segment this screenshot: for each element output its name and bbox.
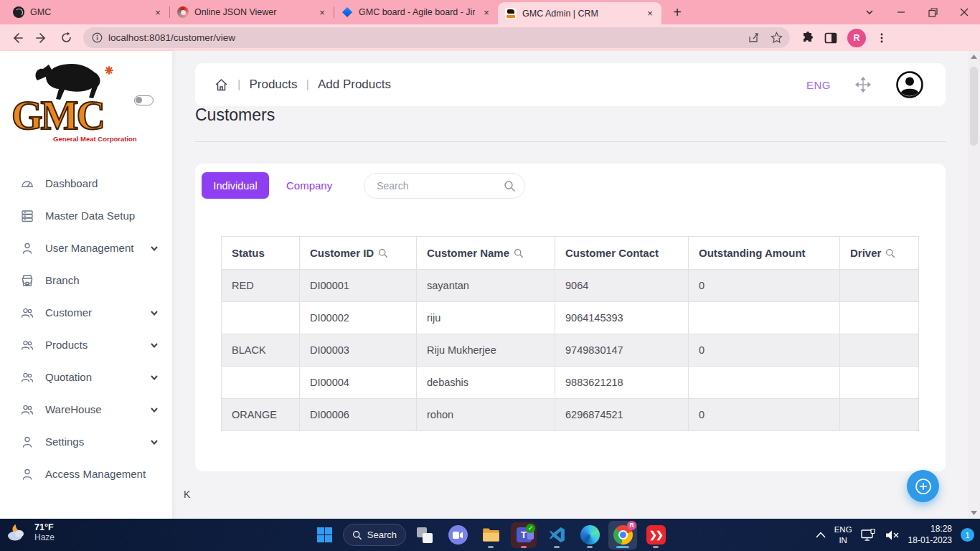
sidebar-item-products[interactable]: Products xyxy=(0,329,172,361)
users-icon xyxy=(20,306,34,320)
add-customer-fab[interactable] xyxy=(907,470,939,502)
file-explorer-button[interactable] xyxy=(476,521,505,550)
back-button[interactable] xyxy=(7,28,27,48)
sidebar-item-user-management[interactable]: User Management xyxy=(0,232,172,264)
restore-button[interactable] xyxy=(917,0,948,24)
column-search-icon[interactable] xyxy=(885,248,895,258)
tab-close-icon[interactable]: × xyxy=(644,8,656,19)
teams-button[interactable]: T ✓ xyxy=(509,521,538,550)
weather-icon xyxy=(6,522,29,543)
close-window-button[interactable] xyxy=(948,0,980,24)
teams-icon: T ✓ xyxy=(511,522,537,548)
browser-tab-json-viewer[interactable]: Online JSON Viewer × xyxy=(170,0,334,24)
running-indicator xyxy=(554,546,560,548)
taskbar-search-label: Search xyxy=(367,529,397,540)
tray-chevron-up-icon[interactable] xyxy=(816,532,826,538)
tab-company[interactable]: Company xyxy=(286,179,332,192)
share-icon[interactable] xyxy=(748,32,760,44)
network-icon[interactable] xyxy=(861,529,877,542)
cell-driver xyxy=(840,399,919,431)
tab-close-icon[interactable]: × xyxy=(152,6,164,18)
tab-search-chevron-icon[interactable] xyxy=(854,0,885,24)
search-icon xyxy=(352,530,362,540)
filter-row: Individual Company xyxy=(202,172,525,199)
sidebar-item-access-management[interactable]: Access Management xyxy=(0,458,172,490)
page-scrollbar[interactable] xyxy=(968,51,980,519)
browser-tab-gmc-admin-active[interactable]: GMC Admin | CRM × xyxy=(498,2,661,24)
logo-tagline: General Meat Corporation xyxy=(53,135,137,143)
sidebar-item-label: Branch xyxy=(45,274,159,286)
start-button[interactable] xyxy=(310,521,339,550)
new-tab-button[interactable]: + xyxy=(667,2,687,22)
address-bar[interactable]: localhost:8081/customer/view xyxy=(83,27,790,48)
language-indicator[interactable]: ENG IN xyxy=(834,524,852,546)
breadcrumb-add-products[interactable]: Add Products xyxy=(318,77,391,92)
user-avatar-icon[interactable] xyxy=(895,70,924,99)
vscode-button[interactable] xyxy=(542,521,571,550)
scroll-up-icon[interactable] xyxy=(971,55,977,59)
volume-muted-icon[interactable] xyxy=(885,529,900,541)
sidebar-item-warehouse[interactable]: WareHouse xyxy=(0,393,172,425)
cell-customer-name: Riju Mukherjee xyxy=(417,334,555,367)
task-view-button[interactable] xyxy=(410,521,439,550)
extensions-puzzle-icon[interactable] xyxy=(801,32,814,44)
reload-button[interactable] xyxy=(56,28,76,48)
home-icon[interactable] xyxy=(214,77,229,93)
site-info-icon[interactable] xyxy=(92,32,103,43)
search-icon[interactable] xyxy=(504,180,516,192)
browser-menu-icon[interactable] xyxy=(876,32,887,44)
sidebar-item-master-data-setup[interactable]: Master Data Setup xyxy=(0,199,172,232)
side-panel-icon[interactable] xyxy=(824,32,837,44)
running-indicator xyxy=(653,546,659,548)
edge-button[interactable] xyxy=(575,521,604,550)
web-page: GMC General Meat Corporation Dashboard M… xyxy=(0,51,980,519)
fullscreen-move-icon[interactable] xyxy=(855,77,871,93)
column-search-icon[interactable] xyxy=(378,248,388,258)
tab-individual[interactable]: Individual xyxy=(202,172,269,199)
gmc-logo: GMC General Meat Corporation xyxy=(0,51,172,154)
language-selector[interactable]: ENG xyxy=(806,79,831,91)
sidebar-item-dashboard[interactable]: Dashboard xyxy=(0,167,172,199)
toolbar-right: R xyxy=(794,29,890,47)
breadcrumb-products[interactable]: Products xyxy=(249,77,297,92)
table-row[interactable]: DI00002 riju 9064145393 xyxy=(222,302,919,334)
browser-tab-gmc[interactable]: GMC × xyxy=(6,0,169,24)
url-text[interactable]: localhost:8081/customer/view xyxy=(108,32,743,43)
scrollbar-thumb[interactable] xyxy=(970,67,978,146)
folder-icon xyxy=(481,525,501,545)
cell-customer-name: debashis xyxy=(417,367,555,399)
bookmark-star-icon[interactable] xyxy=(771,32,783,44)
table-row[interactable]: ORANGE DI00006 rohon 6296874521 0 xyxy=(222,399,919,431)
notification-badge[interactable]: 1 xyxy=(961,528,974,542)
table-row[interactable]: DI00004 debashis 9883621218 xyxy=(222,367,919,399)
sidebar-menu: Dashboard Master Data Setup User Managem… xyxy=(0,167,172,490)
sidebar-item-quotation[interactable]: Quotation xyxy=(0,361,172,393)
chat-button[interactable] xyxy=(443,521,472,550)
tab-strip: GMC × Online JSON Viewer × GMC board - A… xyxy=(0,0,980,24)
users-icon xyxy=(20,338,34,352)
search-input[interactable] xyxy=(364,173,525,199)
red-app-button[interactable]: ❯❯ xyxy=(641,521,670,550)
chrome-button[interactable]: R xyxy=(608,521,637,550)
sidebar-collapse-toggle[interactable] xyxy=(134,95,154,105)
browser-profile-avatar[interactable]: R xyxy=(847,29,866,47)
weather-temp: 71°F xyxy=(34,522,55,532)
weather-widget[interactable]: 71°F Haze xyxy=(6,522,55,543)
column-search-icon[interactable] xyxy=(514,248,524,258)
clock[interactable]: 18:28 18-01-2023 xyxy=(908,524,952,546)
minimize-button[interactable] xyxy=(885,0,917,24)
tab-close-icon[interactable]: × xyxy=(481,6,492,18)
col-driver: Driver xyxy=(840,237,919,270)
col-status: Status xyxy=(222,237,300,270)
table-row[interactable]: RED DI00001 sayantan 9064 0 xyxy=(222,270,919,302)
scroll-down-icon[interactable] xyxy=(971,511,977,515)
browser-tab-jira[interactable]: GMC board - Agile board - Jira × xyxy=(334,0,498,24)
forward-button[interactable] xyxy=(32,28,52,48)
sidebar-item-branch[interactable]: Branch xyxy=(0,264,172,296)
table-row[interactable]: BLACK DI00003 Riju Mukherjee 9749830147 … xyxy=(222,334,919,367)
cell-customer-contact: 9749830147 xyxy=(555,334,689,367)
sidebar-item-settings[interactable]: Settings xyxy=(0,425,172,458)
sidebar-item-customer[interactable]: Customer xyxy=(0,296,172,329)
tab-close-icon[interactable]: × xyxy=(316,6,328,18)
taskbar-search[interactable]: Search xyxy=(343,524,406,546)
